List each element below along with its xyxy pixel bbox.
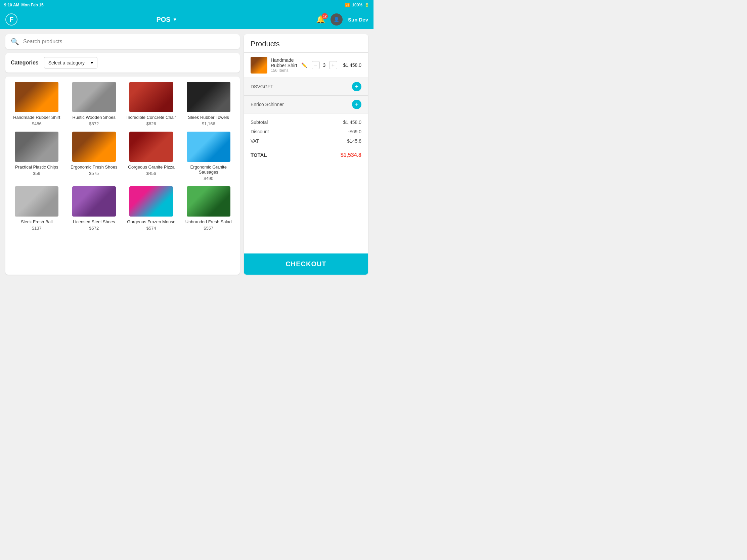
- header-right: 🔔 12 👤 Sun Dev: [316, 14, 368, 26]
- battery-text: 100%: [352, 3, 362, 7]
- product-price: $486: [32, 121, 42, 126]
- product-name: Gorgeous Frozen Mouse: [127, 219, 175, 224]
- product-price: $137: [32, 225, 42, 231]
- cart-item-price: $1,458.0: [343, 62, 362, 68]
- products-grid: Handmade Rubber Shirt $486 Rustic Wooden…: [11, 82, 234, 231]
- cart-item-name: HandmadeRubber Shirt: [271, 57, 298, 68]
- product-name: Gorgeous Granite Pizza: [128, 164, 175, 169]
- subtotal-row: Subtotal $1,458.0: [251, 117, 361, 127]
- subtotal-label: Subtotal: [251, 119, 268, 125]
- product-image: [187, 132, 230, 162]
- product-card[interactable]: Unbranded Fresh Salad $557: [183, 186, 235, 231]
- product-card[interactable]: Ergonomic Granite Sausages $490: [183, 132, 235, 181]
- right-panel-title: Products: [244, 34, 368, 53]
- time: 9:10 AM: [4, 3, 20, 7]
- product-image: [15, 82, 58, 112]
- product-card[interactable]: Gorgeous Frozen Mouse $574: [125, 186, 177, 231]
- product-card[interactable]: Sleek Rubber Towels $1,166: [183, 82, 235, 126]
- qty-increase-button[interactable]: +: [329, 61, 337, 69]
- pos-title: POS: [156, 16, 170, 24]
- qty-controls: − 3 +: [312, 61, 337, 69]
- product-price: $572: [89, 225, 99, 231]
- add-customer-1-button[interactable]: +: [352, 82, 361, 91]
- grand-total-label: TOTAL: [251, 152, 267, 158]
- status-right: 📶 100% 🔋: [345, 3, 369, 7]
- grand-total-row: TOTAL $1,534.8: [251, 148, 361, 160]
- product-price: $490: [204, 176, 213, 181]
- product-price: $574: [147, 225, 156, 231]
- avatar-initials: 👤: [334, 17, 339, 22]
- discount-row: Discount -$69.0: [251, 127, 361, 136]
- product-card[interactable]: Licensed Steel Shoes $572: [68, 186, 120, 231]
- edit-icon[interactable]: ✏️: [301, 62, 307, 68]
- vat-value: $145.8: [347, 138, 361, 144]
- notification-badge: 12: [322, 13, 328, 19]
- product-price: $557: [204, 225, 213, 231]
- product-image: [187, 186, 230, 217]
- subtotal-value: $1,458.0: [343, 119, 362, 125]
- header-title: POS ▼: [156, 16, 177, 24]
- product-image: [72, 82, 116, 112]
- product-price: $826: [147, 121, 156, 126]
- product-name: Ergonomic Fresh Shoes: [71, 164, 117, 169]
- categories-label: Categories: [11, 60, 38, 66]
- product-image: [129, 82, 173, 112]
- user-name: Sun Dev: [348, 17, 368, 23]
- right-panel: Products HandmadeRubber Shirt 156 Items …: [244, 34, 368, 275]
- product-name: Licensed Steel Shoes: [73, 219, 115, 224]
- battery-icon: 🔋: [364, 3, 369, 7]
- cart-item-subtext: 156 Items: [271, 68, 298, 73]
- discount-label: Discount: [251, 129, 269, 134]
- product-name: Handmade Rubber Shirt: [13, 115, 60, 120]
- category-dropdown-wrapper: Select a category Electronics Clothing F…: [44, 57, 97, 69]
- product-price: $872: [89, 121, 99, 126]
- search-icon: 🔍: [11, 37, 19, 46]
- product-image: [72, 132, 116, 162]
- app-logo[interactable]: F: [5, 14, 18, 26]
- product-card[interactable]: Ergonomic Fresh Shoes $575: [68, 132, 120, 181]
- product-price: $456: [147, 171, 156, 176]
- customer-name-1: DSVGGFT: [251, 84, 274, 89]
- product-name: Incredible Concrete Chair: [127, 115, 176, 120]
- product-card[interactable]: Rustic Wooden Shoes $872: [68, 82, 120, 126]
- discount-value: -$69.0: [348, 129, 361, 134]
- product-name: Ergonomic Granite Sausages: [183, 164, 235, 175]
- notification-bell[interactable]: 🔔 12: [316, 15, 325, 24]
- dropdown-icon[interactable]: ▼: [173, 17, 177, 22]
- qty-number: 3: [322, 62, 327, 68]
- product-name: Practical Plastic Chips: [15, 164, 58, 169]
- grand-total-value: $1,534.8: [341, 152, 361, 158]
- product-name: Unbranded Fresh Salad: [185, 219, 232, 224]
- header: F POS ▼ 🔔 12 👤 Sun Dev: [0, 10, 374, 29]
- status-bar: 9:10 AM Mon Feb 15 📶 100% 🔋: [0, 0, 374, 10]
- qty-decrease-button[interactable]: −: [312, 61, 320, 69]
- product-image: [15, 132, 58, 162]
- search-bar: 🔍: [5, 34, 240, 49]
- totals-section: Subtotal $1,458.0 Discount -$69.0 VAT $1…: [244, 113, 368, 164]
- cart-item: HandmadeRubber Shirt 156 Items ✏️ − 3 + …: [244, 53, 368, 78]
- product-card[interactable]: Gorgeous Granite Pizza $456: [125, 132, 177, 181]
- left-panel: 🔍 Categories Select a category Electroni…: [5, 34, 240, 275]
- customer-row-1: DSVGGFT +: [244, 78, 368, 96]
- category-select[interactable]: Select a category Electronics Clothing F…: [44, 57, 97, 69]
- product-image: [15, 186, 58, 217]
- product-card[interactable]: Incredible Concrete Chair $826: [125, 82, 177, 126]
- checkout-button[interactable]: CHECKOUT: [244, 254, 368, 275]
- search-input[interactable]: [23, 38, 234, 45]
- wifi-icon: 📶: [345, 3, 350, 7]
- status-left: 9:10 AM Mon Feb 15: [4, 3, 44, 7]
- product-card[interactable]: Sleek Fresh Ball $137: [11, 186, 63, 231]
- product-image: [187, 82, 230, 112]
- product-name: Rustic Wooden Shoes: [73, 115, 115, 120]
- products-grid-container: Handmade Rubber Shirt $486 Rustic Wooden…: [5, 77, 240, 275]
- product-card[interactable]: Practical Plastic Chips $59: [11, 132, 63, 181]
- vat-label: VAT: [251, 138, 259, 144]
- main-layout: 🔍 Categories Select a category Electroni…: [0, 29, 374, 280]
- product-image: [129, 132, 173, 162]
- add-customer-2-button[interactable]: +: [352, 100, 361, 109]
- product-name: Sleek Rubber Towels: [188, 115, 229, 120]
- logo-text: F: [9, 16, 14, 24]
- cart-item-image: [251, 57, 267, 74]
- product-name: Sleek Fresh Ball: [21, 219, 53, 224]
- product-card[interactable]: Handmade Rubber Shirt $486: [11, 82, 63, 126]
